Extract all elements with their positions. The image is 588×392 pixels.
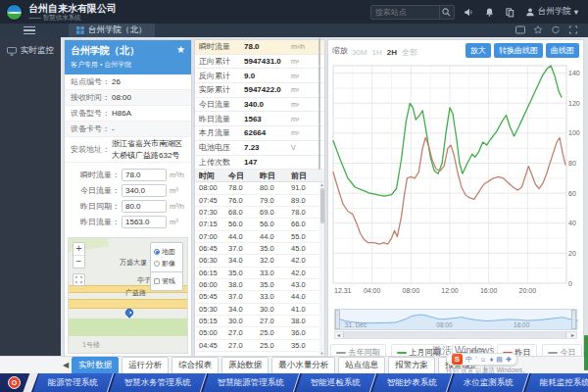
search-input[interactable] [371,8,439,17]
metric-label: 瞬时流量 [199,41,244,52]
bell-icon[interactable] [484,6,496,18]
yesterday-flow-input[interactable] [122,216,167,228]
ime-emoji-icon[interactable]: ☺ [480,356,487,363]
cell: 80.0 [260,183,291,192]
navigator-scrollbar[interactable]: ◄ ► [334,331,577,339]
zoom-option-1h[interactable]: 1H [372,48,382,57]
side-scroll-indicator[interactable] [584,335,588,370]
enlarge-button[interactable]: 放大 [466,43,491,58]
bottom-tab-0[interactable]: 实时数据 [72,357,119,374]
scrollbar-thumb[interactable] [320,188,324,223]
scroll-right-icon[interactable]: ► [569,332,576,338]
fullscreen-icon[interactable] [568,25,578,36]
taskbar-tab-6[interactable]: 能耗监控系统 [525,373,588,392]
pipeline-checkbox-row[interactable]: 管线 [154,276,179,286]
chevron-down-icon: ▾ [574,7,578,17]
cell: 55.0 [291,232,320,241]
volume-icon[interactable] [464,6,475,18]
scroll-left-icon[interactable]: ◄ [335,332,342,338]
favorite-star-icon[interactable]: ★ [176,44,185,55]
map-fullscreen-button[interactable] [73,273,85,286]
map-zoom-in-button[interactable]: + [74,243,84,255]
bottom-tab-2[interactable]: 综合报表 [172,357,219,374]
cell: 27.0 [228,341,260,350]
user-menu[interactable]: 台州学院 ▾ [525,6,578,18]
taskbar-tab-4[interactable]: 智能抄表系统 [372,373,453,392]
favorite-icon[interactable] [533,25,543,36]
bottom-tab-1[interactable]: 运行分析 [122,357,169,374]
metric-checkbox[interactable] [318,152,320,171]
ime-keyboard-icon[interactable]: ▤ [496,356,503,364]
metric-label: 昨日流量 [199,114,244,124]
switch-curve-button[interactable]: 转换曲线图 [494,43,543,58]
navigator-right-handle[interactable] [571,310,576,329]
active-station-tab-label: 台州学院（北） [88,24,147,36]
taskbar-tab-3[interactable]: 智能巡检系统 [296,373,376,392]
navigator-left-handle[interactable] [335,310,340,329]
left-sidebar: 实时监控 [0,37,61,356]
taskbar-tab-1[interactable]: 智慧水务管理系统 [110,373,207,392]
taskbar-logo-icon[interactable]: O [8,376,21,389]
user-name: 台州学院 [538,6,571,18]
cell: 41.0 [291,305,320,314]
station-title: 台州学院（北） [71,44,185,58]
metric-label: 电池电压 [199,142,244,153]
metric-label: 实际累计 [199,84,244,95]
time-table-scrollbar[interactable]: ▲ ▼ [319,182,324,357]
time-table-row: 05:1530.027.038.0 [195,316,324,327]
today-flow-input[interactable] [122,184,167,197]
ime-lang-icon[interactable]: 中 [466,355,472,365]
taskbar-tab-2[interactable]: 智慧能源管理系统 [203,373,300,392]
cell: 42.0 [291,256,320,265]
search-icon[interactable] [439,6,454,19]
card-view-icon[interactable] [515,25,525,36]
map-pin-icon[interactable] [123,308,134,318]
ime-tools-icon[interactable]: ✚ [506,356,512,364]
zoom-option-2h[interactable]: 2H [387,48,397,57]
taskbar-tab-0[interactable]: 能源管理系统 [33,373,114,392]
chart-navigator[interactable]: 31. Dec 08:00 16:00 [334,309,577,330]
company-tagline: —— 智慧供水系统 [28,14,117,21]
map-zoom-out-button[interactable]: − [74,255,84,268]
bottom-tab-6[interactable]: 报警方案 [388,357,435,374]
active-station-tab[interactable]: 台州学院（北） [69,24,155,37]
ime-mic-icon[interactable]: ♦ [490,356,494,363]
yesterday-same-period-input[interactable] [122,200,167,213]
refresh-icon[interactable] [551,25,561,36]
zoom-option-30m[interactable]: 30M [352,48,368,57]
bottom-tab-5[interactable]: 站点信息 [338,357,385,374]
svg-text:60: 60 [568,190,576,197]
bottom-tab-3[interactable]: 原始数据 [221,357,269,374]
cell: 06:15 [199,269,228,277]
svg-text:120: 120 [568,100,580,107]
cell: 66.0 [291,220,320,228]
navigator-scroll-thumb[interactable] [343,332,566,338]
docs-icon[interactable] [505,6,516,18]
user-icon [525,7,535,17]
radio-icon [154,261,160,267]
flow-chart[interactable]: 02040608010012014012.3104:0008:0012:0016… [331,60,580,305]
cell: 37.0 [228,244,260,253]
ime-logo-icon[interactable]: S [452,354,463,365]
menu-toggle-icon[interactable] [24,26,35,35]
layer-option-map[interactable]: 地图 [154,247,179,257]
curve-button[interactable]: 曲线图 [546,43,579,58]
field-device-card: 设备卡号：- [65,122,191,137]
ime-toolbar[interactable]: S 中 ’ ☺ ♦ ▤ ✚ [446,353,517,366]
layer-option-satellite[interactable]: 影像 [154,259,179,269]
taskbar-tab-5[interactable]: 水位监测系统 [449,373,529,392]
map-canvas[interactable]: 万盛大厦 亭子浜桥 广益路 1号楼 + − 地图 影像 管线 [68,237,188,354]
sidebar-item-realtime-monitor[interactable]: 实时监控 [0,37,61,65]
brand: 台州自来水有限公司 —— 智慧供水系统 [28,3,117,21]
zoom-option-全部[interactable]: 全部 [402,48,417,57]
svg-text:0: 0 [568,280,572,287]
instant-flow-input[interactable] [122,169,167,181]
cell: 27.0 [260,317,291,325]
bottom-tab-4[interactable]: 最小水量分析 [271,357,335,374]
ime-punct-icon[interactable]: ’ [475,356,477,363]
cell: 78.0 [291,208,320,217]
cell: 05:30 [199,305,228,314]
cell: 05:00 [199,328,228,337]
chart-toolbar: 缩放 30M1H2H全部 放大转换曲线图曲线图 [328,40,583,60]
cell: 07:45 [199,196,228,205]
